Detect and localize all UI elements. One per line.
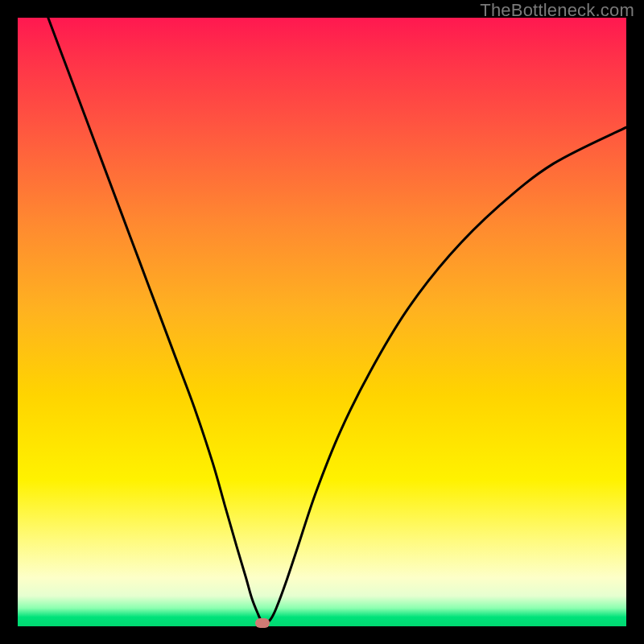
plot-area xyxy=(18,18,626,626)
curve-svg xyxy=(18,18,626,626)
chart-frame: TheBottleneck.com xyxy=(0,0,644,644)
optimum-marker xyxy=(255,618,270,628)
bottleneck-curve xyxy=(48,18,626,623)
